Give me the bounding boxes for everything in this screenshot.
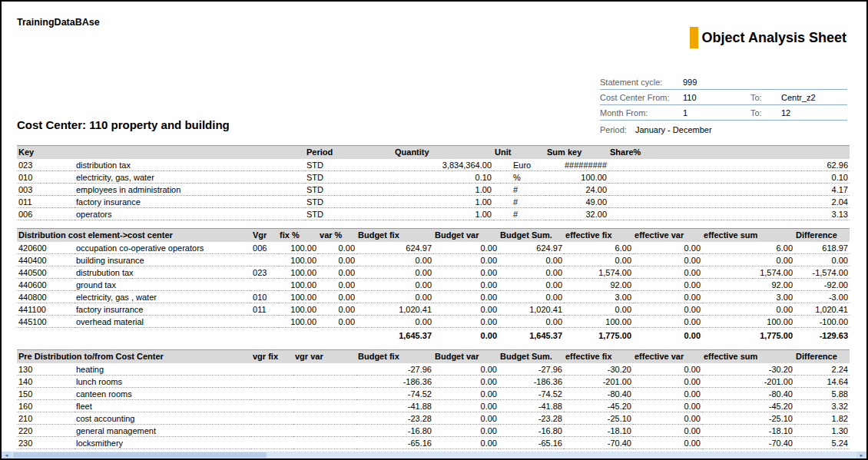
section-band-title: Distribution cost element->cost center [17,229,251,243]
total-budget-var: 0.00 [433,328,499,342]
cell-key: 130 [17,363,75,376]
cell-eff_sum: -70.40 [702,437,794,449]
param-value: 110 [683,93,750,102]
cell-budget_sum: 0.00 [499,316,564,328]
cell-budget_var: 0.00 [433,412,499,425]
cell-var: 0.00 [318,291,356,303]
cell-budget_fix: -186.36 [356,376,433,388]
table-row: 140lunch rooms-186.360.00-186.36-201.000… [17,376,850,388]
cell-budget_var: 0.00 [433,316,499,328]
cell-vgr_fix [251,425,293,437]
cell-name: canteen rooms [75,388,251,400]
cell-budget_fix: 624.97 [356,242,433,254]
cell-budget_sum: 0.00 [499,279,564,291]
table-row: 003employees in administrationSTD1.00#24… [17,184,850,196]
cell-key: 011 [17,196,75,208]
scroll-left-button[interactable]: ◂ [2,452,12,458]
scrollbar-thumb[interactable] [13,452,267,458]
cell-diff: 5.88 [794,388,850,400]
cell-eff_sum: -25.10 [702,412,794,425]
totals-row: 1,645.37 0.00 1,645.37 1,775.00 0.00 1,7… [17,328,850,342]
cell-vgr [251,254,278,266]
cell-budget_var: 0.00 [433,437,499,449]
cell-budget_sum: 1,020.41 [499,303,564,316]
cell-key: 440400 [17,254,75,266]
cell-unit: # [493,196,545,208]
column-header-key: Key [17,146,75,160]
cell-vgr_fix [251,437,293,449]
cell-quantity: 3,834,364.00 [393,159,493,171]
cell-vgr [251,316,278,328]
cell-vgr_fix [251,363,293,376]
cell-budget_var: 0.00 [433,363,499,376]
cell-var: 0.00 [318,242,356,254]
cell-vgr_var [293,412,356,425]
cell-vgr_fix [251,412,293,425]
cell-fix: 100.00 [278,254,318,266]
arrow-left-icon: ◂ [5,452,8,458]
cell-diff: 3.32 [794,400,850,412]
column-header-vgr: Vgr [251,229,278,243]
cell-diff: 0.00 [794,254,850,266]
scrollbar-track[interactable] [12,452,856,458]
cell-unit: # [493,184,545,196]
horizontal-scrollbar[interactable]: ◂ ▸ [2,452,866,458]
cell-eff_fix: 0.00 [564,254,633,266]
table-body: 023distribution taxSTD3,834,364.00Euro##… [17,159,850,220]
cell-eff_fix: 100.00 [564,316,633,328]
report-title: Object Analysis Sheet [702,30,846,46]
table-row: 210cost accounting-23.280.00-23.28-25.10… [17,412,850,425]
cell-budget_fix: -65.16 [356,437,433,449]
cell-key: 140 [17,376,75,388]
database-name: TrainingDataBAse [17,17,850,28]
cell-share: 0.10 [608,171,850,184]
cell-eff_fix: -70.40 [564,437,633,449]
cell-share: 62.96 [608,159,850,171]
cell-eff_var: 0.00 [633,437,702,449]
key-figures-table: Key Period Quantity Unit Sum key Share% … [17,145,850,220]
cell-eff_sum: -30.20 [702,363,794,376]
cell-diff: 14.64 [794,376,850,388]
cell-key: 420600 [17,242,75,254]
cell-sum_key: 24.00 [545,184,608,196]
cell-period: STD [305,208,393,220]
report-document: TrainingDataBAse Object Analysis Sheet S… [0,0,868,460]
cell-diff: 1,020.41 [794,303,850,316]
table-header-row: Key Period Quantity Unit Sum key Share% [17,146,850,160]
totals-spacer [17,328,356,342]
cell-budget_fix: 0.00 [356,291,433,303]
cell-key: 210 [17,412,75,425]
cell-budget_fix: 0.00 [356,316,433,328]
total-effective-sum: 1,775.00 [702,328,794,342]
cell-budget_fix: 0.00 [356,279,433,291]
cell-var: 0.00 [318,316,356,328]
table-row: 220general management-16.800.00-16.80-18… [17,425,850,437]
cell-vgr: 011 [251,303,278,316]
cell-period: STD [305,196,393,208]
cell-eff_fix: 0.00 [564,303,633,316]
cell-share: 2.04 [608,196,850,208]
column-header-effective-var: effective var [633,229,702,243]
param-to-value: Centr_z2 [781,93,847,102]
total-budget-fix: 1,645.37 [356,328,433,342]
cell-key: 441100 [17,303,75,316]
scroll-right-button[interactable]: ▸ [856,452,866,458]
cell-budget_sum: -186.36 [499,376,564,388]
column-header-sum-key: Sum key [545,146,608,160]
param-value: January - December [635,125,712,134]
cell-unit: # [493,208,545,220]
cell-budget_var: 0.00 [433,425,499,437]
distribution-table: Distribution cost element->cost center V… [17,228,850,341]
cell-budget_fix: -27.96 [356,363,433,376]
cell-vgr_var [293,388,356,400]
cell-diff: 1.82 [794,412,850,425]
param-label: Cost Center From: [600,93,683,102]
cell-diff: 2.24 [794,363,850,376]
cell-budget_sum: -27.96 [499,363,564,376]
cell-fix: 100.00 [278,242,318,254]
cell-vgr: 010 [251,291,278,303]
param-to-label: To: [750,108,781,117]
cell-budget_fix: 0.00 [356,254,433,266]
cell-fix: 100.00 [278,279,318,291]
cell-fix: 100.00 [278,291,318,303]
